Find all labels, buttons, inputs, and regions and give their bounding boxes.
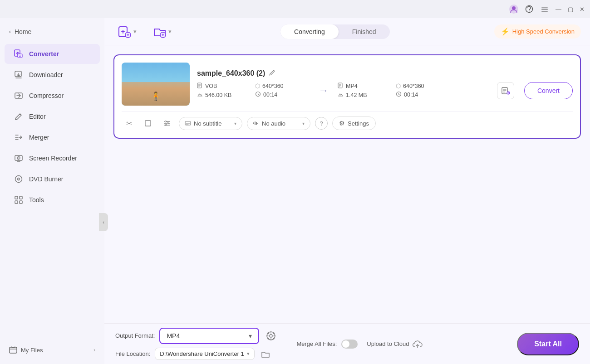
- minimize-button[interactable]: —: [556, 6, 561, 13]
- sidebar-item-screen-recorder[interactable]: Screen Recorder: [5, 148, 100, 168]
- toolbar: ▾ ▾ Converting Finished ⚡: [104, 18, 590, 45]
- chevron-left-icon: ‹: [9, 29, 11, 35]
- output-format-label: Output Format:: [115, 332, 155, 339]
- content-area: 🧍 sample_640x360 (2): [104, 45, 590, 323]
- sidebar-item-editor[interactable]: Editor: [5, 107, 100, 126]
- convert-button[interactable]: Convert: [524, 82, 573, 99]
- svg-rect-30: [145, 121, 151, 126]
- location-select-arrow-icon: ▾: [247, 351, 250, 357]
- sidebar-collapse-button[interactable]: ‹: [99, 213, 108, 231]
- tab-converting[interactable]: Converting: [280, 24, 339, 39]
- svg-rect-38: [257, 123, 258, 124]
- file-thumbnail: 🧍: [122, 63, 190, 106]
- downloader-label: Downloader: [29, 71, 63, 78]
- file-name-row: sample_640x360 (2): [197, 69, 573, 78]
- source-format-item: VOB: [197, 83, 251, 90]
- source-resolution-icon: ⬡: [255, 83, 260, 89]
- my-files-label: My Files: [21, 347, 43, 354]
- my-files-nav-item[interactable]: My Files ›: [0, 337, 104, 359]
- add-folder-button[interactable]: ▾: [148, 22, 176, 41]
- format-settings-icon[interactable]: [264, 329, 278, 343]
- home-label: Home: [15, 28, 31, 35]
- file-card-bottom: ✂: [122, 111, 573, 131]
- sidebar-item-compressor[interactable]: Compressor: [5, 86, 100, 106]
- user-avatar-icon[interactable]: [509, 5, 518, 14]
- maximize-button[interactable]: ▢: [568, 6, 573, 13]
- upload-cloud-group[interactable]: Upload to Cloud: [367, 339, 423, 349]
- compressor-label: Compressor: [29, 92, 64, 99]
- file-settings-icon-button[interactable]: [497, 82, 514, 99]
- edit-filename-icon[interactable]: [269, 69, 275, 78]
- main-content: ▾ ▾ Converting Finished ⚡: [104, 18, 590, 364]
- svg-rect-16: [15, 196, 18, 199]
- settings-label: Settings: [348, 120, 369, 127]
- target-format-item: MP4: [338, 83, 392, 90]
- tools-icon: [14, 195, 24, 205]
- dvd-burner-icon: [14, 174, 24, 184]
- high-speed-button[interactable]: ⚡ High Speed Conversion: [494, 24, 581, 39]
- settings-dropdown[interactable]: ⚙ Settings: [332, 116, 376, 130]
- sidebar-item-converter[interactable]: Converter: [5, 44, 100, 64]
- editor-label: Editor: [29, 113, 46, 120]
- menu-icon[interactable]: [540, 5, 549, 14]
- location-value: D:\Wondershare UniConverter 1: [160, 350, 244, 357]
- file-name-text: sample_640x360 (2): [197, 69, 265, 78]
- svg-rect-20: [10, 347, 17, 353]
- merge-all-group: Merge All Files:: [296, 340, 358, 349]
- merge-label: Merge All Files:: [296, 340, 337, 347]
- add-file-button[interactable]: ▾: [113, 22, 141, 41]
- cut-icon[interactable]: ✂: [122, 116, 136, 131]
- settings-gear-icon: ⚙: [339, 120, 345, 127]
- subtitle-dropdown[interactable]: No subtitle ▾: [179, 117, 242, 130]
- sidebar-item-tools[interactable]: Tools: [5, 190, 100, 210]
- source-duration-item: 00:14: [255, 91, 310, 98]
- audio-label: No audio: [262, 120, 285, 127]
- tab-group: Converting Finished: [280, 24, 390, 39]
- upload-cloud-label: Upload to Cloud: [367, 340, 409, 347]
- file-meta: VOB 546.00 KB: [197, 82, 573, 99]
- svg-point-32: [167, 123, 169, 124]
- close-button[interactable]: ✕: [580, 6, 585, 13]
- subtitle-dropdown-arrow-icon: ▾: [234, 121, 236, 126]
- target-format-text: MP4: [346, 83, 358, 89]
- svg-rect-3: [541, 7, 548, 8]
- audio-dropdown[interactable]: No audio ▾: [247, 117, 310, 130]
- screen-recorder-icon: [14, 153, 24, 163]
- info-button[interactable]: ?: [315, 117, 328, 130]
- merger-icon: [14, 132, 24, 142]
- sidebar: ‹ Home Converter Do: [0, 18, 104, 364]
- bottom-bar: Output Format: MP4 ▾: [104, 323, 590, 364]
- target-meta-group: MP4 1.42 MB: [338, 83, 392, 99]
- tab-finished[interactable]: Finished: [339, 24, 390, 39]
- start-all-button[interactable]: Start All: [517, 333, 579, 355]
- browse-folder-button[interactable]: [259, 348, 272, 360]
- merger-label: Merger: [29, 134, 49, 141]
- convert-arrow-icon: →: [319, 85, 329, 97]
- target-resolution-icon: ⬡: [396, 83, 401, 89]
- file-info: sample_640x360 (2): [197, 69, 573, 99]
- sidebar-item-merger[interactable]: Merger: [5, 127, 100, 147]
- sidebar-item-dvd-burner[interactable]: DVD Burner: [5, 169, 100, 189]
- effects-icon[interactable]: [160, 116, 174, 131]
- target-size-text: 1.42 MB: [346, 92, 367, 98]
- target-resolution-item: ⬡ 640*360: [396, 83, 450, 89]
- file-card-top: 🧍 sample_640x360 (2): [122, 63, 573, 106]
- source-meta-group: VOB 546.00 KB: [197, 83, 251, 99]
- converter-label: Converter: [29, 50, 59, 58]
- merge-toggle[interactable]: [341, 340, 358, 349]
- home-nav-item[interactable]: ‹ Home: [0, 24, 104, 40]
- svg-rect-17: [20, 196, 22, 199]
- support-icon[interactable]: [525, 5, 534, 14]
- source-resolution-item: ⬡ 640*360: [255, 83, 310, 89]
- downloader-icon: [14, 70, 24, 80]
- source-detail-group: ⬡ 640*360 00:14: [255, 83, 310, 98]
- file-location-select[interactable]: D:\Wondershare UniConverter 1 ▾: [155, 348, 254, 360]
- svg-point-15: [18, 179, 19, 180]
- crop-icon[interactable]: [141, 116, 155, 131]
- output-format-select[interactable]: MP4 ▾: [159, 328, 259, 344]
- source-resolution-text: 640*360: [262, 83, 284, 89]
- subtitle-label: No subtitle: [194, 120, 221, 127]
- sidebar-item-downloader[interactable]: Downloader: [5, 65, 100, 85]
- target-format-icon: [338, 83, 344, 90]
- svg-point-2: [529, 11, 530, 12]
